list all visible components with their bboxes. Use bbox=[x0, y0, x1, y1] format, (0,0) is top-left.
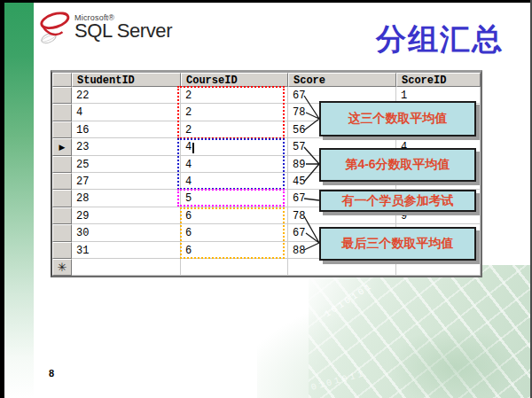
cell-studentid-empty[interactable] bbox=[72, 259, 181, 276]
grid-header-row: StudentID CourseID Score ScoreID bbox=[52, 73, 481, 87]
cell-studentid[interactable]: 4 bbox=[72, 104, 181, 121]
cell-scoreid-empty[interactable] bbox=[396, 259, 481, 276]
row-selector[interactable] bbox=[52, 207, 72, 224]
sql-server-logo: Microsoft® SQL Server bbox=[37, 8, 172, 51]
cell-studentid[interactable]: 25 bbox=[72, 156, 181, 173]
row-selector[interactable] bbox=[52, 242, 72, 259]
binary-text: 1010101 bbox=[323, 281, 375, 320]
new-row-asterisk-icon: ✳ bbox=[58, 261, 67, 274]
row-selector-current[interactable]: ▶ bbox=[52, 138, 72, 155]
slide-title: 分组汇总 bbox=[376, 20, 504, 60]
group-outline-course-5 bbox=[177, 189, 285, 207]
left-border bbox=[0, 0, 4, 398]
new-row-selector[interactable]: ✳ bbox=[52, 259, 72, 276]
cell-studentid[interactable]: 27 bbox=[72, 173, 181, 190]
column-header-courseid[interactable]: CourseID bbox=[181, 73, 288, 87]
callout-average-last-three: 最后三个数取平均值 bbox=[319, 227, 476, 261]
column-header-scoreid[interactable]: ScoreID bbox=[396, 73, 481, 87]
keyboard-watermark: 1010101 0101011 bbox=[309, 265, 530, 398]
group-outline-course-4 bbox=[177, 138, 285, 190]
current-row-arrow-icon: ▶ bbox=[59, 143, 66, 152]
table-row-new: ✳ bbox=[52, 259, 481, 276]
cell-studentid[interactable]: 23 bbox=[72, 138, 181, 155]
product-label: SQL Server bbox=[74, 22, 172, 40]
grid-corner-cell[interactable] bbox=[52, 73, 72, 87]
cell-studentid[interactable]: 16 bbox=[72, 121, 181, 138]
row-selector[interactable] bbox=[52, 190, 72, 207]
slide: 1010101 0101011 Microsoft® SQL Server 分组… bbox=[0, 0, 532, 398]
top-border bbox=[0, 0, 532, 3]
row-selector[interactable] bbox=[52, 173, 72, 190]
green-sidebar bbox=[4, 0, 34, 398]
binary-text: 0101011 bbox=[310, 369, 367, 393]
row-selector[interactable] bbox=[52, 121, 72, 138]
page-number: 8 bbox=[49, 368, 54, 378]
column-header-score[interactable]: Score bbox=[288, 73, 396, 87]
callout-average-4-to-6: 第4-6分数取平均值 bbox=[319, 148, 476, 182]
cell-studentid[interactable]: 22 bbox=[72, 87, 181, 104]
callout-single-student: 有一个学员参加考试 bbox=[319, 190, 476, 212]
row-selector[interactable] bbox=[52, 224, 72, 241]
column-header-studentid[interactable]: StudentID bbox=[72, 73, 181, 87]
sql-server-swoosh-icon bbox=[37, 8, 71, 51]
cell-studentid[interactable]: 29 bbox=[72, 207, 181, 224]
cell-studentid[interactable]: 31 bbox=[72, 242, 181, 259]
row-selector[interactable] bbox=[52, 104, 72, 121]
cell-studentid[interactable]: 28 bbox=[72, 190, 181, 207]
row-selector[interactable] bbox=[52, 87, 72, 104]
cell-score-empty[interactable] bbox=[288, 259, 396, 276]
group-outline-course-6 bbox=[180, 207, 285, 259]
row-selector[interactable] bbox=[52, 156, 72, 173]
group-outline-course-2 bbox=[177, 86, 285, 139]
callout-average-first-three: 这三个数取平均值 bbox=[319, 101, 476, 137]
cell-courseid-empty[interactable] bbox=[181, 259, 288, 276]
cell-studentid[interactable]: 30 bbox=[72, 224, 181, 241]
